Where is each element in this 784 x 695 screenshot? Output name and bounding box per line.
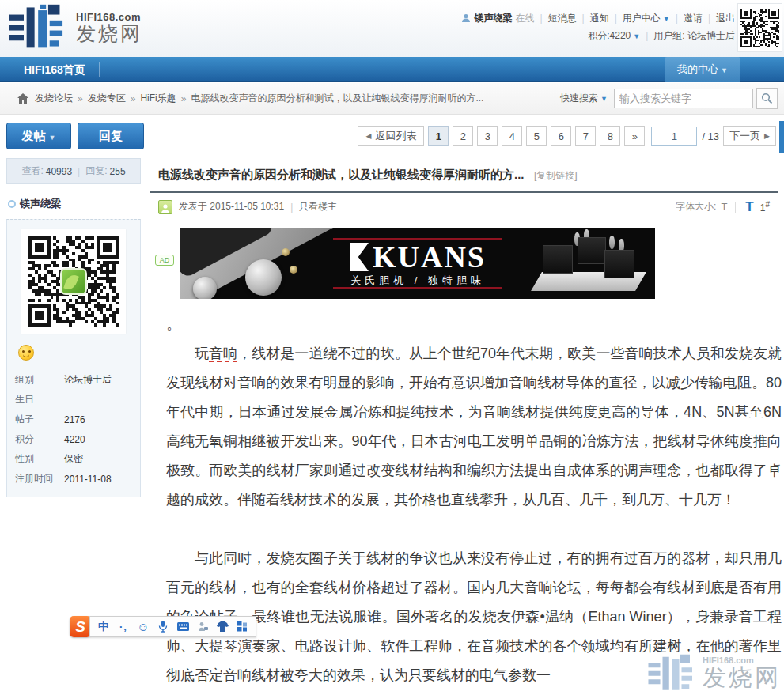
pagination: ◀返回列表 1 2 3 4 5 6 7 8 » / 13 下一页▶	[354, 126, 776, 146]
microphone-icon[interactable]	[157, 621, 169, 633]
page-button-1[interactable]: 1	[428, 126, 449, 146]
search-icon	[761, 93, 773, 104]
paragraph-2: 与此同时，发烧友圈子关于线材的争议也从来没有停止过，有的拥有过百万的器材，却只用…	[166, 544, 782, 690]
page-button-7[interactable]: 7	[575, 126, 596, 146]
main-navbar: HIFI168首页 我的中心▼	[0, 57, 784, 82]
divider: |	[290, 202, 293, 213]
toolbox-grid-icon[interactable]	[236, 621, 248, 633]
breadcrumb-current: 电源线改变声音的原因分析和测试，以及让纯银线变得厚润耐听的方...	[191, 92, 483, 105]
site-logo[interactable]: HIFI168.com 发烧网	[8, 3, 142, 51]
ime-punctuation-button[interactable]: ·,	[117, 621, 130, 633]
page-button-2[interactable]: 2	[453, 126, 473, 146]
field-row: 组别论坛博士后	[15, 370, 132, 390]
page-button-4[interactable]: 4	[502, 126, 522, 146]
arrow-right-icon: ▶	[764, 132, 770, 140]
points-dropdown[interactable]: 积分:4220▼	[588, 29, 640, 43]
kuans-logo-icon	[350, 243, 369, 271]
online-status: 在线	[515, 12, 534, 25]
page-button-5[interactable]: 5	[526, 126, 547, 146]
nav-home-link[interactable]: HIFI168首页	[24, 57, 85, 82]
post-meta-row: 发表于 2015-11-05 10:31 | 只看楼主 字体大小: T T 1#	[150, 193, 778, 221]
breadcrumb-item-zone[interactable]: 发烧专区	[88, 92, 126, 105]
quick-search-dropdown[interactable]: 快速搜索▼	[560, 92, 608, 105]
divider: |	[78, 166, 80, 177]
my-center-button[interactable]: 我的中心▼	[665, 57, 740, 82]
back-to-list-button[interactable]: ◀返回列表	[358, 126, 424, 146]
user-feedback-icon[interactable]	[196, 621, 209, 633]
ime-toolbar: S 中 ·, ☺	[70, 616, 256, 637]
ad-badge: AD	[155, 255, 174, 266]
ime-emoji-button[interactable]: ☺	[137, 621, 150, 633]
ad-red-line	[333, 238, 502, 240]
meta-right-tools: 字体大小: T T 1#	[676, 199, 770, 215]
home-icon[interactable]	[17, 93, 28, 104]
underlined-term: 音响	[209, 346, 237, 361]
page-button-6[interactable]: 6	[551, 126, 571, 146]
search-zone: 快速搜索▼	[560, 88, 778, 109]
author-panel: 组别论坛博士后 生日 帖子2176 积分4220 性别保密 注册时间2011-1…	[6, 219, 141, 497]
user-icon	[461, 13, 471, 23]
link-notifications[interactable]: 通知	[590, 12, 609, 25]
header-qr-code	[737, 3, 782, 52]
link-logout[interactable]: 退出	[716, 12, 735, 25]
arrow-left-icon: ◀	[365, 132, 371, 140]
chevron-down-icon: ▼	[721, 66, 728, 74]
ime-mode-button[interactable]: 中	[97, 621, 110, 633]
search-button[interactable]	[756, 88, 778, 109]
copy-link-button[interactable]: [复制链接]	[534, 170, 578, 181]
link-messages[interactable]: 短消息	[548, 12, 577, 25]
total-pages-label: / 13	[702, 130, 719, 142]
reply-button[interactable]: 回复	[78, 123, 144, 149]
new-post-button[interactable]: 发帖▼	[6, 123, 71, 149]
font-increase-button[interactable]: T	[745, 199, 753, 215]
page-button-3[interactable]: 3	[477, 126, 498, 146]
current-username[interactable]: 镁声绕梁	[474, 12, 512, 25]
paragraph-period: 。	[166, 310, 782, 339]
skin-shirt-icon[interactable]	[216, 621, 229, 633]
replies-label: 回复:	[85, 164, 107, 178]
breadcrumb-item-forum[interactable]: 发烧论坛	[35, 92, 73, 105]
divider: |	[540, 13, 542, 24]
link-user-center[interactable]: 用户中心▼	[623, 12, 670, 25]
keyboard-icon[interactable]	[176, 621, 189, 633]
divider: |	[646, 30, 648, 41]
page-button-8[interactable]: 8	[600, 126, 620, 146]
qr-center-logo	[60, 268, 87, 295]
author-avatar-qr	[21, 229, 126, 334]
thread-stats: 查看: 40993 | 回复: 255	[6, 158, 141, 184]
user-bar-row-1: 镁声绕梁 在线 | 短消息 | 通知 | 用户中心▼ | 邀请 | 退出	[461, 9, 735, 27]
breadcrumb-bar: 发烧论坛 » 发烧专区 » HiFi乐趣 » 电源线改变声音的原因分析和测试，以…	[0, 83, 784, 115]
paragraph-1: 玩音响，线材是一道绕不过的坎。从上个世纪70年代末期，欧美一些音响技术人员和发烧…	[166, 339, 782, 515]
field-row: 注册时间2011-11-08	[15, 469, 132, 489]
link-invite[interactable]: 邀请	[684, 12, 703, 25]
post-title: 电源线改变声音的原因分析和测试，以及让纯银线变得厚润耐听的方...	[158, 168, 525, 181]
chevron-down-icon: ▼	[633, 32, 640, 40]
search-input[interactable]	[614, 89, 753, 108]
next-page-button[interactable]: 下一页▶	[723, 126, 776, 146]
page-jump-input[interactable]	[651, 127, 697, 146]
ad-tagline: 关氏胆机 / 独特胆味	[311, 274, 525, 288]
divider	[735, 202, 736, 213]
user-group-label: 用户组: 论坛博士后	[653, 29, 735, 43]
sogou-logo-icon[interactable]: S	[70, 616, 91, 637]
site-header: HIFI168.com 发烧网 镁声绕梁 在线 | 短消息 | 通知 | 用户中…	[0, 0, 784, 57]
qr-code-image	[740, 6, 779, 49]
only-author-link[interactable]: 只看楼主	[299, 200, 337, 213]
font-size-label: 字体大小:	[676, 200, 716, 213]
breadcrumb-separator: »	[78, 93, 83, 104]
breadcrumb-item-board[interactable]: HiFi乐趣	[140, 92, 176, 105]
more-pages-button[interactable]: »	[624, 126, 645, 146]
logo-text: HIFI168.com 发烧网	[76, 11, 142, 43]
ad-banner[interactable]: KUANS 关氏胆机 / 独特胆味	[180, 228, 655, 299]
font-decrease-button[interactable]: T	[721, 201, 727, 213]
quick-nav-strip[interactable]	[779, 121, 784, 153]
chevron-down-icon: ▼	[49, 134, 56, 142]
floor-number: 1#	[760, 200, 770, 213]
logo-site-name: 发烧网	[76, 23, 142, 43]
ad-photo-right	[525, 231, 652, 296]
logo-icon	[8, 3, 71, 51]
post-date: 发表于 2015-11-05 10:31	[179, 200, 284, 213]
online-indicator-icon	[8, 200, 16, 208]
post-title-row: 电源线改变声音的原因分析和测试，以及让纯银线变得厚润耐听的方... [复制链接]	[150, 158, 778, 191]
author-username[interactable]: 镁声绕梁	[8, 197, 141, 211]
